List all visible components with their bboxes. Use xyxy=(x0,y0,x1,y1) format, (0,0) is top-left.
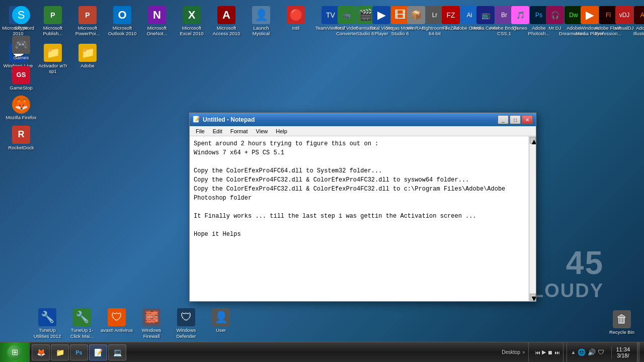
menu-format[interactable]: Format xyxy=(226,128,252,135)
taskbar-cmd-btn[interactable]: 💻 xyxy=(108,344,126,360)
skype-icon: S xyxy=(12,6,30,24)
games-icon: 🎮 xyxy=(12,36,30,54)
media-center-icon: 📺 xyxy=(476,6,495,24)
filezilla-icon: FZ xyxy=(442,6,460,24)
minimize-button[interactable]: _ xyxy=(498,115,509,124)
recycle-bin-desktop-icon[interactable]: 🗑 Recycle Bin xyxy=(605,308,639,337)
tray-security-icon[interactable]: 🛡 xyxy=(598,348,604,356)
start-orb: ⊞ xyxy=(7,345,22,360)
notepad-titlebar: 📝 Untitled - Notepad _ □ ✕ xyxy=(190,113,536,126)
icon-ms-ppt[interactable]: P Microsoft PowerPoi... xyxy=(70,4,105,39)
close-button[interactable]: ✕ xyxy=(522,115,533,124)
taskbar-notepad-btn[interactable]: 📝 xyxy=(89,344,107,360)
icon-ms-outlook[interactable]: O Microsoft Outlook 2010 xyxy=(105,4,139,39)
notepad-small-icon: 📝 xyxy=(193,116,201,124)
icon-gamestop[interactable]: GS GameStop xyxy=(4,64,38,93)
menu-file[interactable]: File xyxy=(192,128,209,135)
scrollbar-down[interactable]: ▼ xyxy=(530,294,536,301)
taskbar-explorer-btn[interactable]: 📁 xyxy=(51,344,69,360)
start-button[interactable]: ⊞ xyxy=(0,342,30,362)
maximize-button[interactable]: □ xyxy=(510,115,521,124)
icon-tuneup-click[interactable]: 🔧 TuneUp 1-Click Mai... xyxy=(65,306,99,341)
games-label: Games xyxy=(14,55,29,60)
show-desktop-button[interactable] xyxy=(637,342,640,362)
icon-adobe-folder[interactable]: 📁 Adobe xyxy=(70,42,105,76)
icon-ms-excel[interactable]: X Microsoft Excel 2010 xyxy=(175,4,209,39)
notepad-scrollbar[interactable]: ▲ ▼ xyxy=(529,136,536,301)
virtualdj-icon: vDJ xyxy=(615,6,633,24)
win-defender-label: Windows Defender xyxy=(170,327,202,339)
filezilla-label: FileZilla xyxy=(443,25,459,31)
launch-mystical-label: Launch Mystical xyxy=(245,25,277,37)
windows-media-player-icon: ▶ xyxy=(581,6,599,24)
icon-user[interactable]: 👤 User xyxy=(204,306,238,341)
icon-media-center[interactable]: 📺 Media Center xyxy=(468,4,503,39)
icon-total-video-conv[interactable]: 📹 Total Video Converter xyxy=(330,4,364,39)
media-next-btn[interactable]: ⏭ xyxy=(554,349,560,355)
icon-tuneup-2012[interactable]: 🔧 TuneUp Utilities 2012 xyxy=(30,306,64,341)
taskbar-firefox-btn[interactable]: 🦊 xyxy=(32,344,50,360)
icon-ms-onenote[interactable]: N Microsoft OneNot... xyxy=(140,4,174,39)
icon-avast[interactable]: 🛡 avast! Antivirus xyxy=(100,306,134,341)
desktop-show-area[interactable]: Desktop » xyxy=(499,342,528,362)
intil-label: intil xyxy=(292,25,299,31)
menu-help[interactable]: Help xyxy=(272,128,291,135)
icon-total-video-play[interactable]: ▶ Total Video Player xyxy=(364,4,398,39)
clock-date: 3/18/ xyxy=(617,352,629,358)
icon-ms-access[interactable]: A Microsoft Access 2010 xyxy=(209,4,244,39)
icon-skype[interactable]: S Skype xyxy=(4,4,38,33)
clock-time: 11:34 xyxy=(616,346,630,352)
ms-onenote-icon: N xyxy=(148,6,166,24)
tray-volume-icon[interactable]: 🔊 xyxy=(588,348,596,356)
firefox-icon: 🦊 xyxy=(12,96,30,114)
taskbar-cmd-icon: 💻 xyxy=(113,348,122,357)
menu-view[interactable]: View xyxy=(252,128,272,135)
intil-icon: 🔴 xyxy=(287,6,305,24)
scrollbar-up[interactable]: ▲ xyxy=(530,137,536,144)
icon-mr-dj[interactable]: 🎧 Mr.DJ xyxy=(538,4,572,39)
itunes-icon: 🎵 xyxy=(511,6,529,24)
ms-access-icon: A xyxy=(217,6,235,24)
menu-edit[interactable]: Edit xyxy=(209,128,226,135)
itunes-label: iTunes xyxy=(513,25,527,31)
icon-winrar[interactable]: 📦 WinRAR xyxy=(399,4,433,39)
ms-onenote-label: Microsoft OneNot... xyxy=(141,25,173,37)
icon-win-defender[interactable]: 🛡 Windows Defender xyxy=(169,306,203,341)
icon-windows-media-player[interactable]: ▶ Windows Media Player xyxy=(573,4,607,39)
media-stop-btn[interactable]: ⏹ xyxy=(547,349,553,355)
icon-filezilla[interactable]: FZ FileZilla xyxy=(434,4,468,39)
icon-virtualdj[interactable]: vDJ virtualDJ xyxy=(607,4,641,39)
recycle-bin-icon: 🗑 xyxy=(613,310,631,328)
taskbar: ⊞ 🦊 📁 Ps 📝 💻 Desktop » xyxy=(0,342,644,362)
win-defender-icon: 🛡 xyxy=(177,308,195,326)
icon-win-firewall[interactable]: 🧱 Windows Firewall xyxy=(134,306,169,341)
notepad-content[interactable]: Spent around 2 hours trying to figure th… xyxy=(190,136,529,301)
icon-launch-mystical[interactable]: 👤 Launch Mystical xyxy=(244,4,278,39)
clock-area[interactable]: 11:34 3/18/ xyxy=(611,346,634,358)
icon-intil[interactable]: 🔴 intil xyxy=(279,4,313,39)
tray-network-icon[interactable]: 🌐 xyxy=(578,348,586,356)
media-play-btn[interactable]: ▶ xyxy=(542,349,546,355)
icon-ms-publisher[interactable]: P Microsoft Publish... xyxy=(36,4,70,39)
icon-activador[interactable]: 📁 Activador w7r sp1 xyxy=(36,42,70,76)
winrar-icon: 📦 xyxy=(407,6,425,24)
recycle-bin-icon-container[interactable]: 🗑 Recycle Bin xyxy=(605,308,639,337)
notepad-window: 📝 Untitled - Notepad _ □ ✕ File Edit For… xyxy=(189,113,536,302)
notepad-menubar: File Edit Format View Help xyxy=(190,126,536,136)
icon-games[interactable]: 🎮 Games xyxy=(4,34,38,62)
icon-itunes[interactable]: 🎵 iTunes xyxy=(503,4,537,39)
tray-expand[interactable]: ▲ xyxy=(571,349,576,355)
left-icon-column: S Skype 🎮 Games GS GameStop 🦊 Mozilla Fi… xyxy=(4,4,38,152)
mr-dj-label: Mr.DJ xyxy=(549,25,561,31)
launch-mystical-icon: 👤 xyxy=(252,6,270,24)
adobe-folder-label: Adobe xyxy=(80,63,94,68)
icon-firefox[interactable]: 🦊 Mozilla Firefox xyxy=(4,94,38,122)
desktop: W Microsoft Word 2010 P Microsoft Publis… xyxy=(0,0,644,362)
taskbar-photoshop-btn[interactable]: Ps xyxy=(70,344,88,360)
gamestop-label: GameStop xyxy=(10,85,32,90)
media-center-label: Media Center xyxy=(471,25,500,31)
adobe-folder-icon: 📁 xyxy=(78,44,97,62)
virtualdj-label: virtualDJ xyxy=(615,25,634,31)
media-prev-btn[interactable]: ⏮ xyxy=(535,349,540,355)
icon-rocketdock[interactable]: R RocketDock xyxy=(4,124,38,152)
